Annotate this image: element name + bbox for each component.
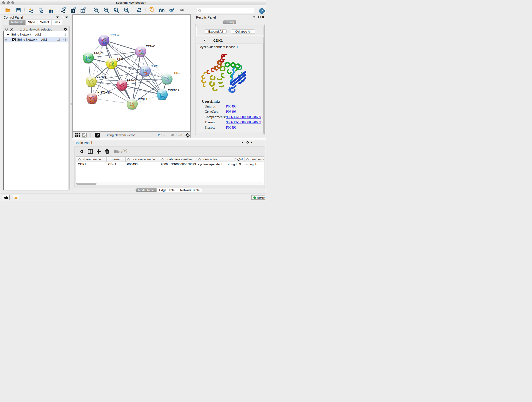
svg-text:?: ? <box>260 9 263 13</box>
svg-text:CCNA2: CCNA2 <box>127 78 137 82</box>
svg-text:CCNE1: CCNE1 <box>138 97 147 101</box>
svg-text:HIST1H1A: HIST1H1A <box>97 91 111 94</box>
svg-text:CCNB1: CCNB1 <box>96 75 106 78</box>
svg-text:CCNA1: CCNA1 <box>146 45 156 48</box>
svg-text:CDKN1A: CDKN1A <box>168 89 180 92</box>
svg-text:CDK1: CDK1 <box>117 57 125 61</box>
svg-text:CDC6: CDC6 <box>151 65 158 68</box>
svg-text:CDC25B: CDC25B <box>94 51 105 55</box>
svg-text:CCNB2: CCNB2 <box>109 34 119 37</box>
svg-text:RB1: RB1 <box>174 71 180 75</box>
